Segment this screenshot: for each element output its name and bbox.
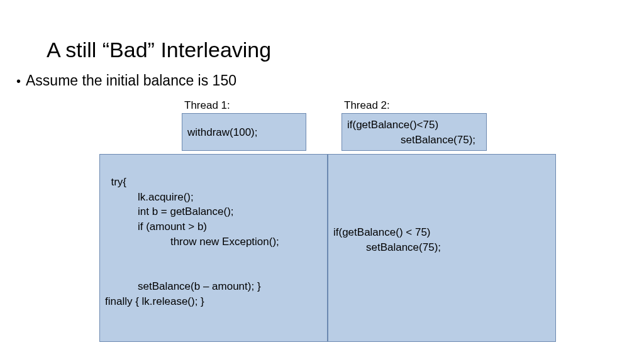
thread-1-body-code: try{ lk.acquire(); int b = getBalance();… [105,176,279,307]
thread-1-body-box: try{ lk.acquire(); int b = getBalance();… [99,154,328,342]
thread-1-header-box: withdraw(100); [182,113,306,151]
thread-2-header-line2: setBalance(75); [347,133,481,148]
bullet-icon: • [16,75,21,87]
thread-2-body-box: if(getBalance() < 75) setBalance(75); [328,154,556,342]
thread-2-header-line1: if(getBalance()<75) [347,118,481,133]
thread-2-header-box: if(getBalance()<75) setBalance(75); [341,113,487,151]
thread-1-header-text: withdraw(100); [187,126,258,138]
thread-1-label: Thread 1: [184,99,230,112]
thread-2-body-code: if(getBalance() < 75) setBalance(75); [333,225,550,255]
slide-title: A still “Bad” Interleaving [47,38,271,62]
bullet-point: • Assume the initial balance is 150 [16,72,236,89]
thread-2-label: Thread 2: [344,99,390,112]
bullet-text: Assume the initial balance is 150 [26,72,236,89]
